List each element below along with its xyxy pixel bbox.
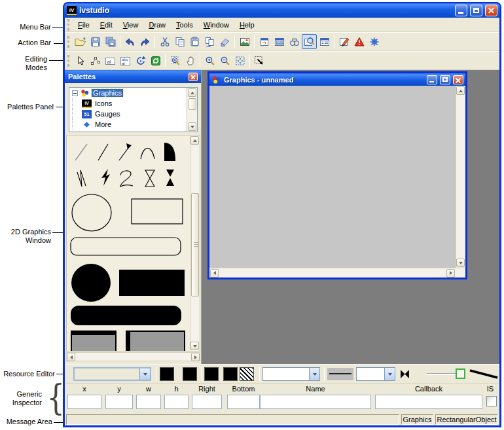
scroll-thumb[interactable] — [189, 98, 196, 110]
combo-dropdown-button[interactable] — [309, 368, 319, 380]
menu-tools[interactable]: Tools — [171, 19, 198, 31]
refresh-mode-button[interactable] — [148, 53, 163, 68]
scroll-down-button[interactable] — [190, 342, 199, 350]
zoom-in-button[interactable] — [202, 53, 217, 68]
w-field[interactable] — [136, 395, 161, 409]
tree-label-graphics[interactable]: Graphics — [92, 89, 123, 97]
tree-label-more[interactable]: More — [94, 120, 113, 128]
list-editor-button[interactable] — [317, 34, 332, 49]
crescent-icon[interactable] — [414, 368, 425, 380]
editing-bar-grip[interactable] — [67, 55, 71, 67]
binoculars-button[interactable] — [287, 34, 302, 49]
menu-help[interactable]: Help — [234, 19, 260, 31]
combo-dropdown-button[interactable] — [384, 368, 395, 380]
palette-shape-filled-bowtie[interactable] — [165, 169, 175, 187]
edit-pen-button[interactable] — [336, 34, 351, 49]
open-button[interactable] — [73, 34, 88, 49]
palette-shape-line[interactable] — [97, 143, 109, 162]
select-mode-button[interactable] — [73, 53, 88, 68]
palette-shape-gray-line[interactable] — [74, 143, 88, 162]
scroll-left-button[interactable] — [67, 353, 75, 361]
palette-shape-filled-ellipse[interactable] — [71, 263, 111, 302]
palette-shape-filled-rectangle[interactable] — [119, 270, 185, 296]
foreground-color-swatch[interactable] — [160, 367, 174, 381]
menu-grip[interactable] — [67, 19, 71, 31]
scroll-left-button[interactable] — [210, 269, 219, 278]
scroll-up-button[interactable] — [188, 88, 196, 97]
combo-dropdown-button[interactable] — [139, 368, 150, 380]
name-field[interactable] — [260, 395, 371, 409]
menu-view[interactable]: View — [118, 19, 144, 31]
palette-horizontal-scrollbar[interactable] — [66, 352, 200, 361]
child-close-button[interactable] — [453, 75, 463, 84]
pan-button[interactable] — [183, 53, 198, 68]
undo-button[interactable] — [122, 34, 137, 49]
palette-shape-crossed-polygon[interactable] — [143, 168, 157, 188]
palette-shape-filled-lightning[interactable] — [100, 168, 111, 187]
bottom-field[interactable] — [227, 395, 260, 409]
duplicate-button[interactable] — [202, 34, 217, 49]
tree-label-icons[interactable]: Icons — [94, 99, 113, 107]
warning-button[interactable] — [351, 34, 367, 49]
save-button[interactable] — [88, 34, 103, 49]
menu-file[interactable]: File — [73, 19, 95, 31]
resource-combo-3[interactable] — [356, 367, 395, 381]
pattern-swatch[interactable] — [240, 367, 254, 381]
resource-combo-2[interactable] — [262, 367, 320, 381]
scroll-up-button[interactable] — [456, 86, 465, 95]
bowtie-icon[interactable] — [399, 368, 410, 380]
x-field[interactable] — [67, 395, 101, 409]
scroll-right-button[interactable] — [191, 353, 200, 361]
dialog-form-button[interactable] — [272, 34, 287, 49]
alpha-slider-handle[interactable] — [456, 368, 465, 379]
image-button[interactable] — [237, 34, 252, 49]
tree-expander-icon[interactable] — [72, 90, 78, 96]
save-all-button[interactable] — [103, 34, 118, 49]
minimize-button[interactable] — [455, 5, 467, 16]
paste-button[interactable] — [187, 34, 202, 49]
palette-shape-rounded-rectangle[interactable] — [70, 237, 181, 256]
drag-copy-button[interactable] — [252, 53, 267, 68]
palette-shape-shadow-rectangle-2[interactable] — [126, 331, 185, 351]
palette-shape-zigzag[interactable] — [75, 168, 92, 188]
is-checkbox[interactable] — [486, 396, 497, 406]
menu-draw[interactable]: Draw — [143, 19, 171, 31]
tree-item-graphics[interactable]: Graphics — [69, 88, 197, 98]
tree-item-more[interactable]: More — [69, 119, 197, 130]
y-field[interactable] — [105, 395, 133, 409]
menu-window[interactable]: Window — [198, 19, 234, 31]
copy-button[interactable] — [172, 34, 187, 49]
palette-shape-ellipse[interactable] — [71, 193, 113, 232]
scroll-right-button[interactable] — [446, 269, 455, 278]
palette-shape-arc[interactable] — [139, 143, 156, 160]
palette-vertical-scrollbar[interactable] — [190, 135, 200, 351]
scroll-thumb[interactable] — [191, 193, 199, 296]
right-field[interactable] — [192, 395, 222, 409]
line-width-preview[interactable] — [469, 368, 499, 380]
callback-field[interactable] — [375, 395, 482, 409]
graphics-window-title-bar[interactable]: Graphics - unnamed — [209, 73, 465, 86]
menu-edit[interactable]: Edit — [95, 19, 118, 31]
palettes-title-bar[interactable]: Palettes — [65, 70, 201, 83]
fill-color-swatch[interactable] — [204, 367, 219, 381]
zoom-out-button[interactable] — [217, 53, 232, 68]
h-field[interactable] — [164, 395, 189, 409]
action-bar-grip[interactable] — [67, 36, 71, 48]
scroll-down-button[interactable] — [188, 122, 196, 131]
close-button[interactable] — [485, 5, 497, 16]
resize-window-button[interactable] — [257, 34, 272, 49]
child-maximize-button[interactable] — [440, 75, 450, 84]
line-style-preview[interactable] — [327, 368, 353, 380]
multiline-label-mode-button[interactable]: abcal — [118, 53, 133, 68]
erase-button[interactable] — [217, 34, 232, 49]
tree-scrollbar[interactable] — [187, 88, 197, 132]
graphics-canvas[interactable] — [209, 86, 456, 268]
tree-label-gauges[interactable]: Gauges — [94, 110, 122, 118]
palette-shape-shadow-rectangle[interactable] — [71, 331, 117, 351]
zoom-region-button[interactable] — [168, 53, 183, 68]
palette-shape-rectangle[interactable] — [131, 198, 183, 224]
bug-button[interactable] — [367, 34, 382, 49]
palette-shape-filled-quarter[interactable] — [162, 141, 177, 162]
scroll-up-button[interactable] — [190, 136, 199, 145]
palettes-close-button[interactable] — [189, 73, 198, 81]
